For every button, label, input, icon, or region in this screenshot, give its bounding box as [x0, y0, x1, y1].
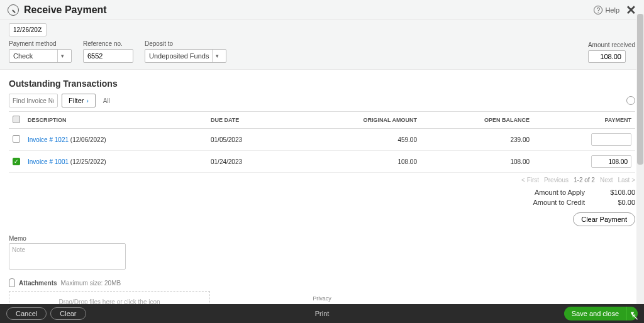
col-description: DESCRIPTION — [24, 112, 207, 129]
history-icon[interactable] — [8, 4, 19, 16]
pagination: < First Previous 1-2 of 2 Next Last > — [9, 173, 635, 186]
payment-input[interactable] — [591, 155, 631, 168]
filter-label: Filter — [69, 97, 84, 104]
table-row: Invoice # 1021 (12/06/2022) 01/05/2023 4… — [9, 129, 635, 151]
clear-payment-button[interactable]: Clear Payment — [573, 212, 635, 226]
memo-textarea[interactable]: Note — [9, 243, 126, 270]
deposit-select[interactable]: Undeposited Funds ▾ — [145, 49, 226, 63]
memo-label: Memo — [9, 235, 635, 242]
outstanding-table: DESCRIPTION DUE DATE ORIGINAL AMOUNT OPE… — [9, 111, 635, 173]
col-payment: PAYMENT — [533, 112, 635, 129]
gear-icon[interactable] — [626, 96, 635, 105]
save-and-close-button[interactable]: Save and close — [564, 307, 626, 320]
row-checkbox[interactable]: ✓ — [13, 158, 20, 165]
invoice-link[interactable]: Invoice # 1021 — [28, 136, 69, 143]
reference-label: Reference no. — [83, 40, 133, 47]
find-invoice-input[interactable] — [9, 94, 58, 107]
amount-to-credit-value: $0.00 — [604, 199, 635, 206]
payment-method-select[interactable]: Check ▾ — [9, 49, 72, 63]
original-amount: 459.00 — [290, 129, 421, 151]
filter-all-label: All — [103, 97, 110, 104]
row-checkbox[interactable] — [13, 135, 20, 143]
cursor-icon: ↖ — [631, 312, 639, 322]
open-balance: 239.00 — [421, 129, 533, 151]
amount-to-credit-label: Amount to Credit — [516, 199, 585, 206]
outstanding-title: Outstanding Transactions — [9, 79, 635, 89]
amount-received-input[interactable] — [588, 50, 626, 63]
payment-method-label: Payment method — [9, 40, 72, 47]
close-icon[interactable]: ✕ — [626, 4, 636, 16]
pager-first[interactable]: < First — [521, 177, 539, 183]
attachments-label: Attachments — [19, 280, 57, 287]
clear-button[interactable]: Clear — [50, 307, 86, 320]
pager-next[interactable]: Next — [600, 177, 613, 183]
help-button[interactable]: ? Help — [594, 6, 619, 14]
due-date: 01/24/2023 — [207, 151, 290, 173]
col-due: DUE DATE — [207, 112, 290, 129]
invoice-link[interactable]: Invoice # 1001 — [28, 158, 69, 165]
open-balance: 108.00 — [421, 151, 533, 173]
page-title: Receive Payment — [24, 4, 107, 16]
help-label: Help — [605, 6, 619, 14]
table-row: ✓ Invoice # 1001 (12/25/2022) 01/24/2023… — [9, 151, 635, 173]
select-all-checkbox[interactable] — [13, 116, 20, 123]
amount-to-apply-label: Amount to Apply — [516, 189, 585, 196]
col-open: OPEN BALANCE — [421, 112, 533, 129]
pager-prev[interactable]: Previous — [544, 177, 569, 183]
payment-method-value: Check — [13, 52, 33, 60]
due-date: 01/05/2023 — [207, 129, 290, 151]
pager-range: 1-2 of 2 — [574, 177, 595, 183]
payment-input[interactable] — [591, 133, 631, 146]
pager-last[interactable]: Last > — [618, 177, 635, 183]
invoice-date: (12/06/2022) — [69, 136, 106, 143]
print-button[interactable]: Print — [315, 310, 330, 317]
amount-to-apply-value: $108.00 — [604, 189, 635, 196]
date-input[interactable] — [9, 23, 47, 36]
privacy-link[interactable]: Privacy — [0, 295, 644, 302]
paperclip-icon[interactable] — [9, 278, 15, 287]
chevron-down-icon: ▾ — [57, 50, 67, 62]
filter-button[interactable]: Filter › — [62, 94, 96, 107]
help-icon: ? — [594, 6, 602, 14]
deposit-value: Undeposited Funds — [149, 52, 209, 60]
col-original: ORIGINAL AMOUNT — [290, 112, 421, 129]
chevron-down-icon: ▾ — [212, 50, 222, 62]
invoice-date: (12/25/2022) — [69, 158, 106, 165]
scrollbar[interactable] — [636, 14, 644, 304]
cancel-button[interactable]: Cancel — [6, 307, 47, 320]
chevron-right-icon: › — [86, 97, 88, 104]
deposit-label: Deposit to — [145, 40, 226, 47]
original-amount: 108.00 — [290, 151, 421, 173]
amount-received-label: Amount received — [588, 41, 635, 48]
scrollbar-thumb[interactable] — [637, 14, 643, 165]
reference-input[interactable] — [83, 49, 133, 63]
attachments-hint: Maximum size: 20MB — [61, 280, 121, 287]
